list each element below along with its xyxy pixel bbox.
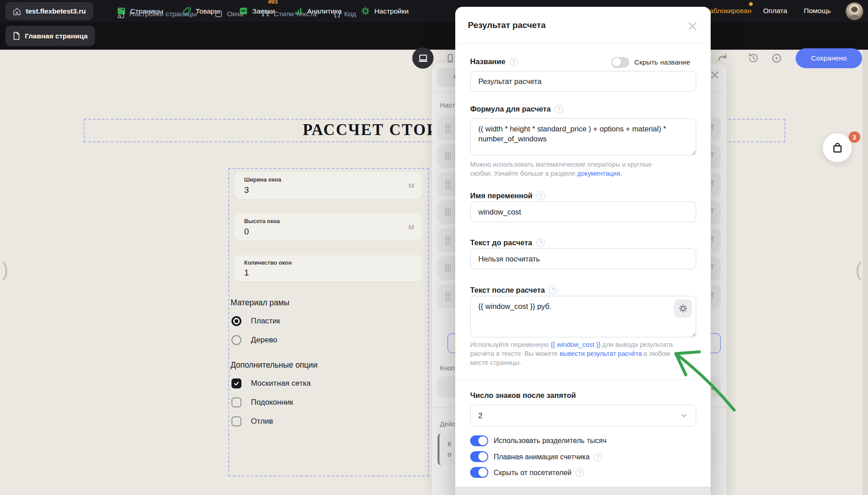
text-styles-icon: Tт — [260, 9, 270, 19]
redo-button[interactable] — [717, 52, 729, 65]
width-field[interactable]: Ширина окна 3 М — [234, 172, 422, 199]
counter-animation-toggle[interactable] — [470, 451, 488, 462]
editor-toolbar: Главная страница Настройки страницы Окна… — [0, 22, 868, 50]
panel-close-icon[interactable] — [709, 70, 720, 82]
thousands-separator-toggle[interactable] — [470, 435, 488, 446]
text-after-settings-button[interactable] — [674, 299, 692, 318]
modal-footer — [455, 487, 711, 495]
site-switcher[interactable]: test.flexbetest3.ru — [5, 2, 93, 20]
hide-name-label: Скрыть название — [634, 58, 690, 66]
mobile-icon — [445, 53, 455, 63]
variable-label-row: Имя переменной ? — [470, 191, 545, 200]
checkbox-windowsill[interactable]: Подоконник — [231, 397, 293, 407]
drag-handle-icon[interactable] — [445, 152, 451, 160]
current-page-selector[interactable]: Главная страница — [5, 26, 95, 46]
documentation-link[interactable]: документация. — [577, 170, 622, 177]
radio-selected-icon — [231, 316, 241, 326]
radio-plastic[interactable]: Пластик — [231, 316, 280, 326]
extra-options-label: Дополнительные опции — [231, 360, 317, 370]
field-type-icon: Т — [710, 263, 714, 271]
windows-button[interactable]: Окна — [214, 9, 243, 18]
formula-textarea[interactable]: (( width * height * standard_price ) + o… — [470, 118, 696, 155]
count-field[interactable]: Количество окон 1 — [234, 255, 422, 281]
cart-button[interactable]: 3 — [823, 133, 852, 162]
collapse-arrow-icon[interactable]: ◂ — [711, 385, 714, 392]
drag-handle-icon[interactable] — [445, 264, 451, 272]
payment-link[interactable]: Оплата — [763, 7, 787, 15]
counter-animation-label: Плавная анимация счетчика ? — [494, 453, 602, 461]
page-name: Главная страница — [25, 32, 88, 40]
right-panel-collapse-chevron[interactable]: ( — [855, 258, 862, 281]
code-button[interactable]: { } Код — [334, 10, 356, 18]
help-icon[interactable]: ? — [537, 191, 545, 200]
modal-close-icon[interactable] — [687, 20, 698, 34]
drag-handle-icon[interactable] — [445, 208, 451, 216]
formula-hint: Можно использовать математические операт… — [470, 160, 665, 178]
help-icon[interactable]: ? — [555, 105, 563, 113]
text-styles-button[interactable]: Tт Стили текста — [260, 9, 317, 19]
user-avatar[interactable] — [845, 2, 863, 20]
variable-chip: {{ window_cost }} — [551, 341, 600, 348]
field-type-icon: Т — [710, 151, 714, 159]
window-icon — [214, 9, 223, 18]
height-field[interactable]: Высота окна 0 М — [234, 214, 422, 241]
hide-from-visitors-toggle[interactable] — [470, 467, 488, 478]
text-before-input[interactable] — [470, 248, 696, 269]
field-type-icon: Т — [710, 235, 714, 243]
text-before-label-row: Текст до расчета ? — [470, 238, 545, 247]
cart-count-badge: 3 — [849, 131, 860, 143]
gear-icon — [361, 6, 370, 16]
text-after-hint: Используйте переменную {{ window_cost }}… — [470, 340, 674, 367]
desktop-view-button[interactable] — [412, 47, 434, 69]
help-icon[interactable]: ? — [509, 57, 518, 66]
preview-eye-button[interactable] — [771, 52, 783, 66]
code-icon: { } — [334, 10, 340, 18]
modal-header-divider — [455, 43, 711, 43]
shopping-bag-icon — [831, 142, 844, 154]
modal-title: Результат расчета — [468, 20, 546, 30]
name-input[interactable] — [470, 71, 696, 92]
help-link[interactable]: Помощь — [804, 7, 831, 15]
chevron-down-icon — [680, 411, 688, 420]
text-after-label-row: Текст после расчета ? — [470, 286, 557, 294]
history-button[interactable] — [747, 52, 760, 66]
account-status-label: Заблокирован — [705, 7, 751, 15]
radio-unselected-icon — [231, 335, 241, 345]
checkbox-unchecked-icon — [231, 416, 241, 426]
checkbox-mosquito-net[interactable]: Москитная сетка — [231, 378, 311, 388]
frame-material-label: Материал рамы — [231, 298, 289, 308]
variable-input[interactable] — [470, 201, 696, 222]
help-icon[interactable]: ? — [576, 468, 584, 477]
drag-handle-icon[interactable] — [445, 292, 451, 300]
decimals-label: Число знаков после запятой — [470, 391, 576, 400]
text-after-textarea[interactable]: {{ window_cost }} руб. — [470, 296, 696, 337]
status-notification-dot — [749, 2, 753, 6]
saved-button[interactable]: Сохранено — [796, 48, 862, 68]
drag-handle-icon[interactable] — [445, 124, 451, 132]
site-domain: test.flexbetest3.ru — [26, 7, 86, 15]
decimals-select[interactable]: 2 — [470, 405, 696, 426]
checkbox-unchecked-icon — [231, 397, 241, 407]
formula-label-row: Формула для расчета ? — [470, 105, 563, 113]
calc-result-modal: Результат расчета Название ? Скрыть назв… — [455, 7, 711, 495]
hide-name-toggle[interactable] — [611, 57, 629, 68]
help-icon[interactable]: ? — [549, 286, 557, 294]
page-icon — [13, 32, 20, 40]
radio-wood[interactable]: Дерево — [231, 335, 277, 345]
field-type-icon: Т — [710, 291, 714, 299]
modal-section-divider — [455, 379, 711, 380]
help-icon[interactable]: ? — [536, 238, 545, 247]
field-type-icon: Т — [710, 179, 714, 187]
right-edge-strip — [863, 50, 868, 495]
drag-handle-icon[interactable] — [445, 180, 451, 188]
page-settings-icon — [117, 9, 125, 19]
checkbox-drip[interactable]: Отлив — [231, 416, 273, 426]
drag-handle-icon[interactable] — [445, 236, 451, 244]
checkbox-checked-icon — [231, 378, 241, 388]
nav-settings[interactable]: Настройки — [361, 6, 409, 16]
help-icon[interactable]: ? — [594, 453, 602, 461]
print-result-link[interactable]: вывести результат расчёта — [560, 350, 642, 357]
left-panel-collapse-chevron[interactable]: ) — [2, 258, 9, 281]
name-label-row: Название ? — [470, 57, 518, 66]
page-settings-button[interactable]: Настройки страницы — [117, 9, 197, 19]
